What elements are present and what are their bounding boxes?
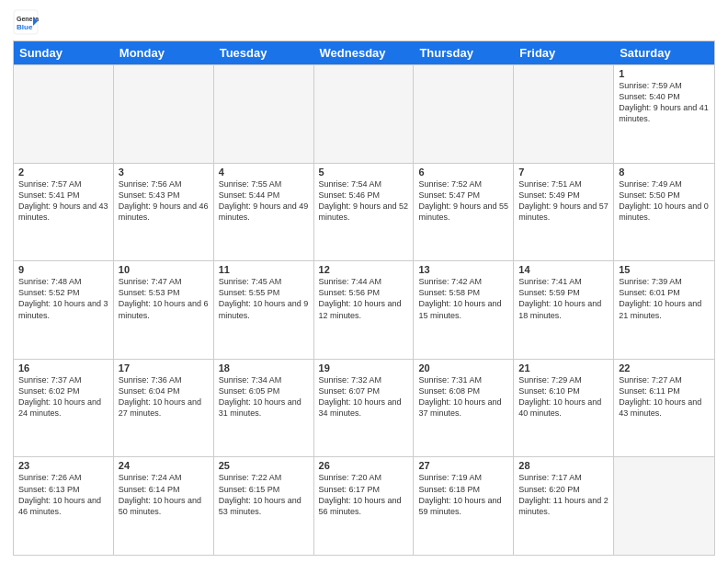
day-number: 6 [418, 167, 508, 178]
day-number: 15 [619, 264, 710, 275]
day-number: 22 [619, 362, 710, 373]
day-info: Sunrise: 7:31 AM Sunset: 6:08 PM Dayligh… [418, 374, 508, 419]
calendar-body: 1Sunrise: 7:59 AM Sunset: 5:40 PM Daylig… [14, 64, 714, 555]
day-number: 19 [319, 362, 409, 373]
day-number: 28 [518, 460, 609, 471]
calendar-cell: 12Sunrise: 7:44 AM Sunset: 5:56 PM Dayli… [314, 261, 415, 359]
day-number: 21 [518, 362, 609, 373]
calendar-cell: 2Sunrise: 7:57 AM Sunset: 5:41 PM Daylig… [14, 164, 114, 261]
weekday-header: Monday [114, 41, 214, 64]
svg-text:Blue: Blue [17, 23, 33, 31]
calendar-cell [114, 65, 214, 163]
calendar-cell: 14Sunrise: 7:41 AM Sunset: 5:59 PM Dayli… [514, 261, 614, 359]
day-info: Sunrise: 7:29 AM Sunset: 6:10 PM Dayligh… [518, 374, 609, 419]
calendar-cell: 15Sunrise: 7:39 AM Sunset: 6:01 PM Dayli… [614, 261, 714, 359]
day-info: Sunrise: 7:47 AM Sunset: 5:53 PM Dayligh… [119, 276, 209, 321]
calendar-cell: 8Sunrise: 7:49 AM Sunset: 5:50 PM Daylig… [614, 164, 714, 261]
calendar-cell: 20Sunrise: 7:31 AM Sunset: 6:08 PM Dayli… [414, 360, 514, 457]
calendar-cell: 19Sunrise: 7:32 AM Sunset: 6:07 PM Dayli… [314, 360, 415, 457]
day-number: 24 [119, 460, 209, 471]
calendar-cell: 13Sunrise: 7:42 AM Sunset: 5:58 PM Dayli… [414, 261, 514, 359]
day-number: 26 [319, 460, 409, 471]
header: General Blue [13, 9, 715, 35]
calendar-cell: 11Sunrise: 7:45 AM Sunset: 5:55 PM Dayli… [214, 261, 314, 359]
calendar-cell: 9Sunrise: 7:48 AM Sunset: 5:52 PM Daylig… [14, 261, 114, 359]
page: General Blue SundayMondayTuesdayWednesda… [0, 0, 728, 563]
day-info: Sunrise: 7:17 AM Sunset: 6:20 PM Dayligh… [518, 472, 609, 517]
calendar-cell: 4Sunrise: 7:55 AM Sunset: 5:44 PM Daylig… [214, 164, 314, 261]
day-number: 5 [319, 167, 409, 178]
calendar-cell: 7Sunrise: 7:51 AM Sunset: 5:49 PM Daylig… [514, 164, 614, 261]
weekday-header: Tuesday [214, 41, 314, 64]
calendar-cell: 18Sunrise: 7:34 AM Sunset: 6:05 PM Dayli… [214, 360, 314, 457]
calendar-cell [314, 65, 415, 163]
calendar-cell [414, 65, 514, 163]
day-info: Sunrise: 7:26 AM Sunset: 6:13 PM Dayligh… [18, 472, 108, 517]
day-number: 10 [119, 264, 209, 275]
day-info: Sunrise: 7:48 AM Sunset: 5:52 PM Dayligh… [18, 276, 108, 321]
day-info: Sunrise: 7:39 AM Sunset: 6:01 PM Dayligh… [619, 276, 710, 321]
day-number: 20 [418, 362, 508, 373]
weekday-header: Wednesday [314, 41, 415, 64]
logo-icon: General Blue [13, 9, 39, 35]
day-info: Sunrise: 7:57 AM Sunset: 5:41 PM Dayligh… [18, 178, 108, 224]
day-info: Sunrise: 7:41 AM Sunset: 5:59 PM Dayligh… [518, 276, 609, 321]
calendar-cell [614, 457, 714, 555]
day-number: 8 [619, 167, 710, 178]
calendar-cell: 5Sunrise: 7:54 AM Sunset: 5:46 PM Daylig… [314, 164, 415, 261]
day-info: Sunrise: 7:24 AM Sunset: 6:14 PM Dayligh… [119, 472, 209, 517]
calendar-cell: 23Sunrise: 7:26 AM Sunset: 6:13 PM Dayli… [14, 457, 114, 555]
weekday-header: Sunday [14, 41, 114, 64]
calendar-cell: 27Sunrise: 7:19 AM Sunset: 6:18 PM Dayli… [414, 457, 514, 555]
weekday-header: Saturday [614, 41, 714, 64]
day-number: 18 [219, 362, 309, 373]
weekday-header: Friday [514, 41, 614, 64]
day-number: 1 [619, 68, 710, 79]
day-number: 3 [119, 167, 209, 178]
day-number: 4 [219, 167, 309, 178]
day-info: Sunrise: 7:55 AM Sunset: 5:44 PM Dayligh… [219, 178, 309, 224]
day-info: Sunrise: 7:34 AM Sunset: 6:05 PM Dayligh… [219, 374, 309, 419]
day-info: Sunrise: 7:44 AM Sunset: 5:56 PM Dayligh… [319, 276, 409, 321]
day-number: 16 [18, 362, 108, 373]
day-number: 9 [18, 264, 108, 275]
day-info: Sunrise: 7:56 AM Sunset: 5:43 PM Dayligh… [119, 178, 209, 224]
day-info: Sunrise: 7:37 AM Sunset: 6:02 PM Dayligh… [18, 374, 108, 419]
day-info: Sunrise: 7:36 AM Sunset: 6:04 PM Dayligh… [119, 374, 209, 419]
logo: General Blue [13, 9, 39, 35]
calendar: SundayMondayTuesdayWednesdayThursdayFrid… [13, 40, 715, 556]
calendar-row: 16Sunrise: 7:37 AM Sunset: 6:02 PM Dayli… [14, 359, 714, 457]
calendar-cell: 3Sunrise: 7:56 AM Sunset: 5:43 PM Daylig… [114, 164, 214, 261]
calendar-cell: 22Sunrise: 7:27 AM Sunset: 6:11 PM Dayli… [614, 360, 714, 457]
day-info: Sunrise: 7:45 AM Sunset: 5:55 PM Dayligh… [219, 276, 309, 321]
calendar-cell: 24Sunrise: 7:24 AM Sunset: 6:14 PM Dayli… [114, 457, 214, 555]
day-info: Sunrise: 7:51 AM Sunset: 5:49 PM Dayligh… [518, 178, 609, 224]
calendar-cell: 21Sunrise: 7:29 AM Sunset: 6:10 PM Dayli… [514, 360, 614, 457]
calendar-cell [514, 65, 614, 163]
calendar-cell: 1Sunrise: 7:59 AM Sunset: 5:40 PM Daylig… [614, 65, 714, 163]
day-info: Sunrise: 7:52 AM Sunset: 5:47 PM Dayligh… [418, 178, 508, 224]
calendar-row: 1Sunrise: 7:59 AM Sunset: 5:40 PM Daylig… [14, 64, 714, 163]
day-info: Sunrise: 7:22 AM Sunset: 6:15 PM Dayligh… [219, 472, 309, 517]
day-info: Sunrise: 7:32 AM Sunset: 6:07 PM Dayligh… [319, 374, 409, 419]
calendar-row: 23Sunrise: 7:26 AM Sunset: 6:13 PM Dayli… [14, 456, 714, 555]
calendar-cell: 28Sunrise: 7:17 AM Sunset: 6:20 PM Dayli… [514, 457, 614, 555]
day-info: Sunrise: 7:27 AM Sunset: 6:11 PM Dayligh… [619, 374, 710, 419]
day-number: 17 [119, 362, 209, 373]
calendar-cell: 25Sunrise: 7:22 AM Sunset: 6:15 PM Dayli… [214, 457, 314, 555]
day-number: 12 [319, 264, 409, 275]
day-number: 2 [18, 167, 108, 178]
calendar-row: 9Sunrise: 7:48 AM Sunset: 5:52 PM Daylig… [14, 260, 714, 359]
day-info: Sunrise: 7:59 AM Sunset: 5:40 PM Dayligh… [619, 80, 710, 125]
weekday-header: Thursday [414, 41, 514, 64]
calendar-cell: 16Sunrise: 7:37 AM Sunset: 6:02 PM Dayli… [14, 360, 114, 457]
calendar-header: SundayMondayTuesdayWednesdayThursdayFrid… [14, 41, 714, 64]
day-info: Sunrise: 7:19 AM Sunset: 6:18 PM Dayligh… [418, 472, 508, 517]
day-number: 23 [18, 460, 108, 471]
calendar-cell: 10Sunrise: 7:47 AM Sunset: 5:53 PM Dayli… [114, 261, 214, 359]
day-number: 25 [219, 460, 309, 471]
day-number: 7 [518, 167, 609, 178]
day-number: 27 [418, 460, 508, 471]
calendar-cell: 17Sunrise: 7:36 AM Sunset: 6:04 PM Dayli… [114, 360, 214, 457]
day-info: Sunrise: 7:49 AM Sunset: 5:50 PM Dayligh… [619, 178, 710, 224]
